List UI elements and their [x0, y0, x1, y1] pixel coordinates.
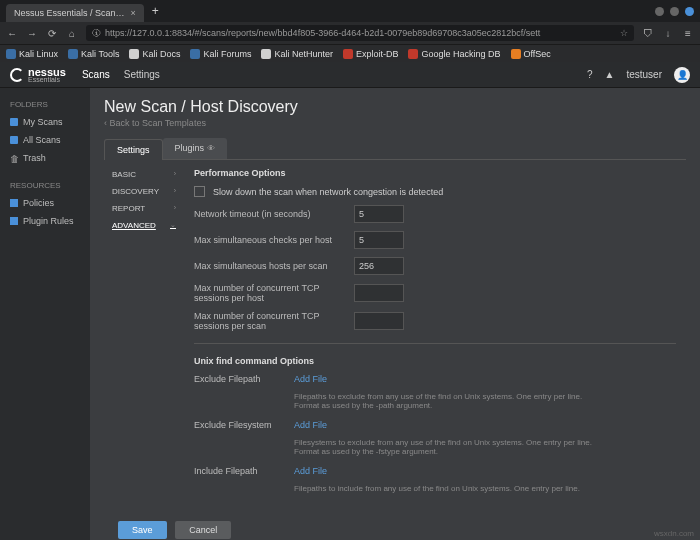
help-icon[interactable]: ? [587, 69, 593, 80]
bookmark-item[interactable]: Kali Forums [190, 49, 251, 59]
tcp-scan-input[interactable] [354, 312, 404, 330]
sn-report[interactable]: REPORT› [104, 200, 184, 217]
watermark: wsxdn.com [654, 529, 694, 538]
app-nav: Scans Settings [82, 69, 160, 80]
sn-advanced[interactable]: ADVANCED⌄ [104, 217, 184, 234]
sn-basic[interactable]: BASIC› [104, 166, 184, 183]
tab-title: Nessus Essentials / Scan… [14, 8, 125, 18]
bookmarks-bar: Kali Linux Kali Tools Kali Docs Kali For… [0, 44, 700, 62]
menu-icon[interactable]: ≡ [682, 28, 694, 39]
window-max-icon[interactable] [670, 7, 679, 16]
browser-tab[interactable]: Nessus Essentials / Scan… × [6, 4, 144, 22]
browser-navbar: ← → ⟳ ⌂ 🛈 https://127.0.0.1:8834/#/scans… [0, 22, 700, 44]
bookmark-item[interactable]: Google Hacking DB [408, 49, 500, 59]
settings-sidenav: BASIC› DISCOVERY› REPORT› ADVANCED⌄ [104, 160, 184, 511]
bookmark-item[interactable]: Kali Docs [129, 49, 180, 59]
left-sidebar: FOLDERS My Scans All Scans 🗑Trash RESOUR… [0, 88, 90, 540]
add-file-link[interactable]: Add File [294, 420, 327, 430]
eye-icon: 👁 [207, 144, 215, 153]
cancel-button[interactable]: Cancel [175, 521, 231, 539]
nav-forward-icon[interactable]: → [26, 28, 38, 39]
max-checks-input[interactable] [354, 231, 404, 249]
chevron-right-icon: › [174, 187, 176, 196]
window-close-icon[interactable] [685, 7, 694, 16]
nav-scans[interactable]: Scans [82, 69, 110, 80]
bookmark-star-icon[interactable]: ☆ [620, 28, 628, 38]
chevron-down-icon: ⌄ [170, 221, 176, 230]
chevron-right-icon: › [174, 170, 176, 179]
max-hosts-input[interactable] [354, 257, 404, 275]
bookmark-item[interactable]: OffSec [511, 49, 551, 59]
nav-reload-icon[interactable]: ⟳ [46, 28, 58, 39]
window-titlebar: Nessus Essentials / Scan… × + [0, 0, 700, 22]
field-label: Max number of concurrent TCP sessions pe… [194, 283, 354, 303]
network-timeout-input[interactable] [354, 205, 404, 223]
bookmark-item[interactable]: Exploit-DB [343, 49, 399, 59]
folder-icon [10, 136, 18, 144]
tcp-host-input[interactable] [354, 284, 404, 302]
perf-section-title: Performance Options [194, 168, 676, 178]
notifications-icon[interactable]: ▲ [605, 69, 615, 80]
resources-header: RESOURCES [0, 177, 90, 194]
nessus-logo: nessusEssentials [10, 66, 66, 83]
slowdown-checkbox[interactable] [194, 186, 205, 197]
sidebar-all-scans[interactable]: All Scans [0, 131, 90, 149]
lock-icon: 🛈 [92, 28, 101, 38]
main-content: New Scan / Host Discovery ‹ Back to Scan… [90, 88, 700, 540]
unix-hint: Filesystems to exclude from any use of t… [294, 438, 594, 456]
unix-section-title: Unix find command Options [194, 356, 676, 366]
policy-icon [10, 199, 18, 207]
trash-icon: 🗑 [10, 154, 18, 162]
unix-hint: Filepaths to exclude from any use of the… [294, 392, 594, 410]
username[interactable]: testuser [626, 69, 662, 80]
divider [194, 343, 676, 344]
new-tab-button[interactable]: + [152, 4, 159, 18]
chevron-right-icon: › [174, 204, 176, 213]
plugin-icon [10, 217, 18, 225]
close-tab-icon[interactable]: × [131, 8, 136, 18]
field-label: Max simultaneous hosts per scan [194, 261, 354, 271]
app-header: nessusEssentials Scans Settings ? ▲ test… [0, 62, 700, 88]
settings-form: Performance Options Slow down the scan w… [184, 160, 686, 511]
bookmark-item[interactable]: Kali Linux [6, 49, 58, 59]
field-label: Max number of concurrent TCP sessions pe… [194, 311, 354, 331]
slowdown-label: Slow down the scan when network congesti… [213, 187, 443, 197]
nav-home-icon[interactable]: ⌂ [66, 28, 78, 39]
bookmark-item[interactable]: Kali NetHunter [261, 49, 333, 59]
sn-discovery[interactable]: DISCOVERY› [104, 183, 184, 200]
avatar-icon[interactable]: 👤 [674, 67, 690, 83]
sidebar-trash[interactable]: 🗑Trash [0, 149, 90, 167]
tab-plugins[interactable]: Plugins👁 [163, 138, 228, 159]
sidebar-policies[interactable]: Policies [0, 194, 90, 212]
download-icon[interactable]: ↓ [662, 28, 674, 39]
add-file-link[interactable]: Add File [294, 374, 327, 384]
back-link[interactable]: ‹ Back to Scan Templates [104, 118, 686, 128]
tab-settings[interactable]: Settings [104, 139, 163, 160]
folder-icon [10, 118, 18, 126]
save-button[interactable]: Save [118, 521, 167, 539]
unix-label: Exclude Filepath [194, 374, 294, 384]
field-label: Network timeout (in seconds) [194, 209, 354, 219]
nav-back-icon[interactable]: ← [6, 28, 18, 39]
unix-label: Include Filepath [194, 466, 294, 476]
folders-header: FOLDERS [0, 96, 90, 113]
bookmark-item[interactable]: Kali Tools [68, 49, 119, 59]
field-label: Max simultaneous checks per host [194, 235, 354, 245]
sidebar-my-scans[interactable]: My Scans [0, 113, 90, 131]
form-footer: Save Cancel [104, 511, 686, 540]
unix-label: Exclude Filesystem [194, 420, 294, 430]
add-file-link[interactable]: Add File [294, 466, 327, 476]
unix-hint: Filepaths to include from any use of the… [294, 484, 594, 493]
url-text: https://127.0.0.1:8834/#/scans/reports/n… [105, 28, 540, 38]
nav-settings[interactable]: Settings [124, 69, 160, 80]
shield-icon[interactable]: ⛉ [642, 28, 654, 39]
url-bar[interactable]: 🛈 https://127.0.0.1:8834/#/scans/reports… [86, 25, 634, 41]
window-min-icon[interactable] [655, 7, 664, 16]
logo-icon [10, 68, 24, 82]
page-title: New Scan / Host Discovery [104, 98, 686, 116]
sidebar-plugin-rules[interactable]: Plugin Rules [0, 212, 90, 230]
